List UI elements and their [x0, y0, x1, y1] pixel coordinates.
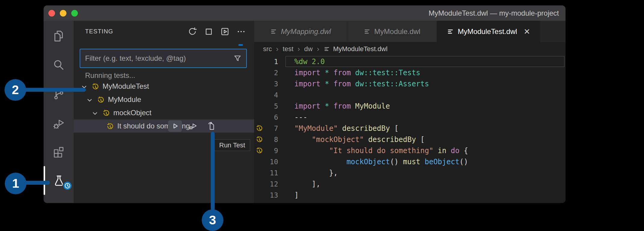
code-line-12: 12 ], — [254, 178, 566, 189]
testing-panel-title: TESTING — [85, 21, 113, 42]
chevron-down-icon[interactable] — [91, 109, 102, 117]
line-number: 9 — [265, 147, 278, 155]
run-test-button[interactable] — [168, 120, 182, 132]
breadcrumb-item-src[interactable]: src — [263, 45, 272, 53]
breadcrumb-separator: › — [298, 45, 300, 53]
line-number: 12 — [265, 180, 278, 188]
file-icon — [324, 46, 330, 52]
editor-tab-bar: MyMapping.dwlMyModule.dwlMyModuleTest.dw… — [254, 21, 566, 42]
tab-label: MyModule.dwl — [374, 27, 420, 36]
breadcrumb-item-file[interactable]: MyModuleTest.dwl — [324, 45, 388, 53]
filter-input[interactable] — [84, 54, 233, 63]
run-tests-button[interactable] — [220, 26, 230, 37]
vscode-window: MyModuleTest.dwl — my-module-project TES… — [44, 5, 566, 203]
window-body: TESTING Running tests... MyModuleTestMyM… — [44, 21, 566, 203]
activity-bar-item-explorer[interactable] — [52, 29, 66, 43]
traffic-light-minimize[interactable] — [60, 10, 66, 17]
code-line-8: 8 "mockObject" describedBy [ — [254, 134, 566, 145]
gutter-test-queued-icon[interactable] — [254, 146, 265, 155]
callout-2-badge: 2 — [5, 79, 26, 101]
window-title: MyModuleTest.dwl — my-module-project — [429, 5, 559, 21]
callout-1-line — [23, 181, 50, 185]
screenshot-canvas: MyModuleTest.dwl — my-module-project TES… — [0, 0, 644, 231]
test-item-actions — [168, 119, 218, 133]
code-line-4: 4 — [254, 89, 566, 100]
filter-funnel-icon[interactable] — [233, 54, 242, 63]
code-text: import * from dw::test::Tests — [278, 69, 420, 77]
code-text: import * from MyModule — [278, 102, 390, 110]
breadcrumb-separator: › — [276, 45, 278, 53]
line-number: 6 — [265, 113, 278, 121]
line-number: 14 — [265, 202, 278, 203]
code-text: "mockObject" describedBy [ — [278, 135, 425, 144]
breadcrumb-separator: › — [317, 45, 319, 53]
line-number: 7 — [265, 125, 278, 132]
code-line-5: 5import * from MyModule — [254, 100, 566, 112]
code-text: }, — [278, 169, 338, 177]
test-item-label: mockObject — [113, 109, 152, 117]
close-tab-icon[interactable]: ✕ — [524, 28, 530, 35]
line-number: 4 — [265, 91, 278, 99]
line-number: 11 — [265, 169, 278, 177]
tab-mymapping-dwl[interactable]: MyMapping.dwl — [254, 21, 347, 42]
test-item-label: MyModuleTest — [103, 82, 149, 91]
gutter-test-queued-icon[interactable] — [254, 135, 265, 144]
more-actions-button[interactable] — [236, 26, 246, 37]
test-tree-item-mockobject[interactable]: mockObject — [74, 106, 254, 119]
go-to-test-button[interactable] — [204, 120, 218, 132]
active-view-indicator — [44, 166, 45, 195]
line-number: 10 — [265, 158, 278, 166]
editor-area: MyMapping.dwlMyModule.dwlMyModuleTest.dw… — [254, 21, 566, 203]
running-tests-status: Running tests... — [85, 71, 135, 80]
callout-2-line — [23, 88, 86, 92]
code-line-11: 11 }, — [254, 167, 566, 178]
activity-bar-item-search[interactable] — [52, 58, 66, 72]
debug-test-button[interactable] — [186, 120, 200, 132]
code-text: %dw 2.0 — [278, 57, 325, 66]
code-line-3: 3import * from dw::test::Asserts — [254, 78, 566, 89]
code-text: ], — [278, 180, 320, 188]
test-tree-item-mymoduletest[interactable]: MyModuleTest — [74, 80, 254, 93]
file-icon — [363, 28, 371, 35]
breadcrumb-item-dw[interactable]: dw — [304, 45, 313, 53]
testing-panel: TESTING Running tests... MyModuleTestMyM… — [74, 21, 254, 203]
refresh-tests-button[interactable] — [187, 26, 198, 37]
code-text: import * from dw::test::Asserts — [278, 80, 429, 88]
code-text: "It should do something" in do { — [278, 146, 468, 155]
title-bar: MyModuleTest.dwl — my-module-project — [44, 5, 566, 21]
test-tree: MyModuleTestMyModulemockObjectIt should … — [74, 80, 254, 133]
breadcrumb-item-test[interactable]: test — [283, 45, 293, 53]
test-queued-clock-icon — [91, 82, 100, 91]
activity-bar-item-extensions[interactable] — [52, 145, 66, 159]
test-queued-clock-icon — [97, 95, 105, 104]
chevron-down-icon[interactable] — [86, 95, 97, 104]
extensions-icon — [52, 145, 66, 159]
testing-toolbar — [187, 21, 246, 42]
code-line-7: 7"MyModule" describedBy [ — [254, 123, 566, 134]
line-number: 5 — [265, 102, 278, 110]
test-filter-box[interactable] — [80, 49, 247, 68]
cancel-run-button[interactable] — [204, 26, 214, 37]
tab-mymodule-dwl[interactable]: MyModule.dwl — [347, 21, 437, 42]
code-line-14: 14 — [254, 201, 566, 203]
line-number: 2 — [265, 69, 278, 77]
traffic-light-close[interactable] — [48, 10, 55, 17]
code-text: --- — [278, 113, 307, 122]
traffic-light-zoom[interactable] — [71, 10, 78, 17]
code-text: mockObject() must beObject() — [278, 158, 468, 166]
test-queued-clock-icon — [102, 108, 110, 118]
activity-bar-item-testing[interactable] — [52, 174, 66, 188]
file-icon — [270, 28, 277, 35]
test-item-label: MyModule — [108, 95, 141, 104]
files-icon — [52, 29, 66, 43]
code-line-10: 10 mockObject() must beObject() — [254, 156, 566, 167]
test-tree-item-it-should-do-something[interactable]: It should do something — [74, 119, 254, 133]
code-line-2: 2import * from dw::test::Tests — [254, 67, 566, 78]
tab-mymoduletest-dwl[interactable]: MyModuleTest.dwl✕ — [437, 21, 540, 42]
tab-label: MyModuleTest.dwl — [458, 27, 517, 36]
test-tree-item-mymodule[interactable]: MyModule — [74, 93, 254, 106]
activity-bar-item-run-debug[interactable] — [52, 117, 66, 131]
gutter-test-queued-icon[interactable] — [254, 124, 265, 133]
code-line-6: 6--- — [254, 112, 566, 123]
search-icon — [52, 58, 66, 72]
